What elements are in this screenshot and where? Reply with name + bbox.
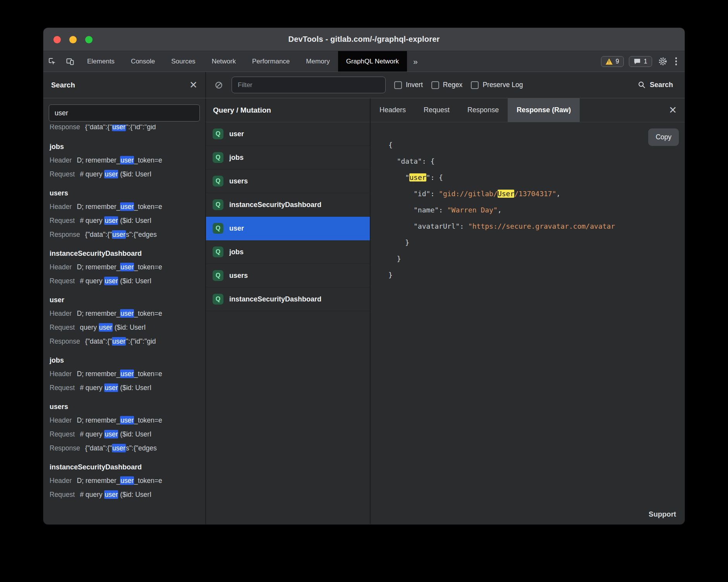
devtools-tab-network[interactable]: Network <box>204 51 244 72</box>
window-title: DevTools - gitlab.com/-/graphql-explorer <box>288 35 440 44</box>
json-line: "id": "gid://gitlab/User/13704317", <box>388 186 685 202</box>
text-segment: {"data":{" <box>85 444 112 452</box>
query-list-item[interactable]: QinstanceSecurityDashboard <box>206 288 370 311</box>
response-tab-response[interactable]: Response <box>458 98 508 122</box>
search-result-line[interactable]: HeaderD; remember_user_token=e <box>50 200 199 214</box>
text-segment: ":{"id":"gid <box>126 337 156 345</box>
search-input[interactable] <box>49 104 200 122</box>
query-list-item[interactable]: Qjobs <box>206 146 370 169</box>
json-line: } <box>388 251 685 267</box>
search-result-line[interactable]: Request# query user ($id: UserI <box>50 427 199 441</box>
search-result-operation-name[interactable]: user <box>50 293 199 306</box>
search-result-line[interactable]: Response{"data":{"user":{"id":"gid <box>50 125 199 134</box>
search-panel-header: Search ✕ <box>43 72 206 98</box>
devtools-tab-memory[interactable]: Memory <box>298 51 338 72</box>
search-result-line[interactable]: Request# query user ($id: UserI <box>50 167 199 181</box>
devtools-tab-sources[interactable]: Sources <box>163 51 203 72</box>
search-result-line[interactable]: Response{"data":{"users":{"edges <box>50 441 199 455</box>
devtools-menu-kebab-icon[interactable] <box>674 57 679 65</box>
clear-log-icon[interactable] <box>215 81 223 89</box>
search-result-field-label: Response <box>50 444 80 452</box>
search-result-field-label: Request <box>50 170 75 178</box>
response-tab-request[interactable]: Request <box>415 98 458 122</box>
json-line: { <box>388 137 685 153</box>
warnings-badge[interactable]: ! 9 <box>601 56 624 67</box>
search-result-field-label: Request <box>50 217 75 224</box>
text-segment: {"data":{" <box>85 337 112 345</box>
json-line: "name": "Warren Day", <box>388 202 685 218</box>
search-result-group: userHeaderD; remember_user_token=eReques… <box>50 293 199 348</box>
search-result-line[interactable]: Response{"data":{"user":{"id":"gid <box>50 334 199 348</box>
text-segment: ":{"id":"gid <box>126 125 156 131</box>
query-mutation-panel: Query / Mutation QuserQjobsQusersQinstan… <box>206 98 371 524</box>
issues-count: 1 <box>644 58 647 65</box>
search-result-operation-name[interactable]: instanceSecurityDashboard <box>50 247 199 260</box>
json-token: " <box>426 173 431 181</box>
search-result-operation-name[interactable]: users <box>50 187 199 200</box>
devtools-tab-graphql-network[interactable]: GraphQL Network <box>338 51 407 72</box>
search-result-field-label: Header <box>50 416 72 424</box>
json-token <box>388 222 414 230</box>
response-panel-close-icon[interactable]: ✕ <box>669 104 677 116</box>
close-window-button[interactable] <box>53 36 61 43</box>
search-result-operation-name[interactable]: jobs <box>50 140 199 153</box>
query-name: user <box>229 130 244 138</box>
zoom-window-button[interactable] <box>85 36 93 43</box>
speech-bubble-icon <box>634 58 641 65</box>
search-result-line[interactable]: HeaderD; remember_user_token=e <box>50 413 199 427</box>
search-result-line[interactable]: Request# query user ($id: UserI <box>50 214 199 228</box>
warning-count: 9 <box>616 58 619 65</box>
response-tabbar: HeadersRequestResponseResponse (Raw) ✕ <box>371 98 685 122</box>
search-result-line[interactable]: HeaderD; remember_user_token=e <box>50 306 199 320</box>
devtools-tab-elements[interactable]: Elements <box>79 51 123 72</box>
invert-checkbox-box[interactable] <box>394 81 402 89</box>
search-panel-close-icon[interactable]: ✕ <box>189 80 197 90</box>
inspect-element-icon[interactable] <box>43 51 61 72</box>
json-token: "avatarUrl" <box>414 222 460 230</box>
toolbar-search-button[interactable]: Search <box>638 81 676 89</box>
minimize-window-button[interactable] <box>69 36 77 43</box>
search-result-operation-name[interactable]: users <box>50 400 199 413</box>
text-segment: {"data":{" <box>85 125 112 131</box>
search-result-line[interactable]: Response{"data":{"users":{"edges <box>50 228 199 241</box>
json-token <box>388 190 414 198</box>
search-result-line[interactable]: Request# query user ($id: UserI <box>50 274 199 288</box>
search-result-line[interactable]: HeaderD; remember_user_token=e <box>50 260 199 274</box>
query-list-item[interactable]: Qusers <box>206 264 370 288</box>
preserve-log-checkbox[interactable]: Preserve Log <box>471 81 523 89</box>
issues-badge[interactable]: 1 <box>629 56 652 67</box>
query-list-item-selected[interactable]: Quser <box>206 217 370 240</box>
response-tab-headers[interactable]: Headers <box>371 98 415 122</box>
devtools-tab-console[interactable]: Console <box>123 51 163 72</box>
response-tab-response-raw[interactable]: Response (Raw) <box>508 98 580 122</box>
query-list-item[interactable]: Qusers <box>206 169 370 193</box>
settings-gear-icon[interactable] <box>657 57 669 66</box>
copy-button[interactable]: Copy <box>648 128 679 146</box>
search-result-line[interactable]: HeaderD; remember_user_token=e <box>50 367 199 381</box>
search-result-line[interactable]: Request# query user ($id: UserI <box>50 381 199 395</box>
search-result-group: jobsHeaderD; remember_user_token=eReques… <box>50 354 199 395</box>
text-segment: # query <box>80 277 104 285</box>
search-result-operation-name[interactable]: jobs <box>50 354 199 367</box>
regex-checkbox[interactable]: Regex <box>431 81 463 89</box>
invert-checkbox[interactable]: Invert <box>394 81 423 89</box>
devtools-tab-performance[interactable]: Performance <box>244 51 298 72</box>
query-list-item[interactable]: Qjobs <box>206 240 370 264</box>
query-list-item[interactable]: Quser <box>206 122 370 146</box>
filter-input[interactable] <box>232 77 386 93</box>
text-segment: # query <box>80 384 104 392</box>
regex-checkbox-box[interactable] <box>431 81 439 89</box>
preserve-log-checkbox-box[interactable] <box>471 81 479 89</box>
json-line: "user": { <box>388 169 685 186</box>
query-name: jobs <box>229 248 244 256</box>
more-tabs-button[interactable]: » <box>407 51 424 72</box>
device-toolbar-icon[interactable] <box>61 51 79 72</box>
query-list-item[interactable]: QinstanceSecurityDashboard <box>206 193 370 217</box>
search-result-operation-name[interactable]: instanceSecurityDashboard <box>50 460 199 474</box>
support-link[interactable]: Support <box>649 510 676 519</box>
search-result-line[interactable]: HeaderD; remember_user_token=e <box>50 474 199 488</box>
search-result-line[interactable]: HeaderD; remember_user_token=e <box>50 153 199 167</box>
search-result-line[interactable]: Request# query user ($id: UserI <box>50 488 199 502</box>
search-result-line[interactable]: Requestquery user ($id: UserI <box>50 320 199 334</box>
json-token: "id" <box>414 190 430 198</box>
